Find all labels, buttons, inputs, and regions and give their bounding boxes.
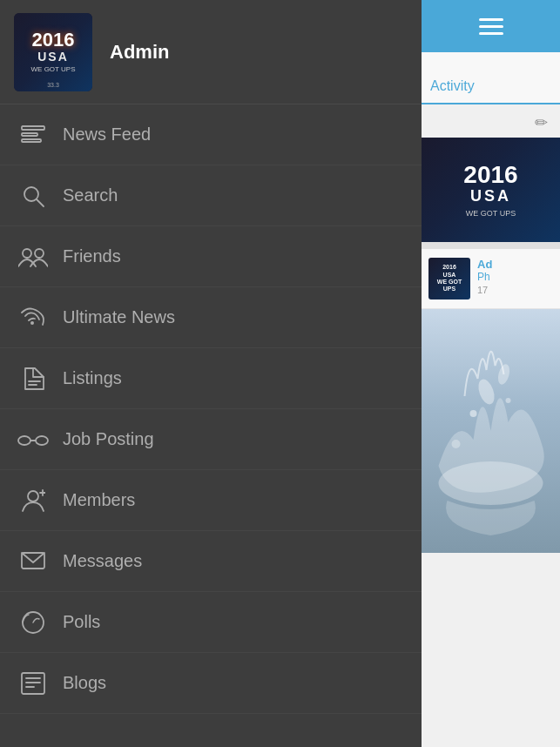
hamburger-line-2 xyxy=(479,25,503,28)
members-icon xyxy=(17,485,49,516)
activity-tab-row: Activity xyxy=(422,52,560,104)
activity-image-large: 2016 USA WE GOT UPS xyxy=(422,138,560,242)
svg-point-5 xyxy=(23,249,31,258)
activity-thumb: 2016USAWE GOTUPS xyxy=(428,258,470,299)
edit-icon[interactable]: ✏ xyxy=(535,113,548,132)
sidebar-item-label: Friends xyxy=(63,246,121,266)
svg-point-11 xyxy=(36,436,48,445)
sidebar-item-ultimate-news[interactable]: Ultimate News xyxy=(0,287,422,348)
search-icon xyxy=(17,180,49,212)
svg-line-4 xyxy=(37,199,44,206)
svg-point-10 xyxy=(18,436,30,445)
sidebar-item-label: Job Posting xyxy=(63,429,154,449)
act-logo-sub: WE GOT UPS xyxy=(463,209,517,218)
sidebar-item-polls[interactable]: Polls xyxy=(0,592,422,653)
act-logo-usa: USA xyxy=(463,187,517,205)
activity-card-time: 17 xyxy=(477,285,553,295)
sidebar-item-messages[interactable]: Messages xyxy=(0,531,422,592)
sidebar-item-job-posting[interactable]: Job Posting xyxy=(0,409,422,470)
sidebar-header: 2016 USA WE GOT UPS 33.3 Admin xyxy=(0,0,422,104)
sidebar-item-label: News Feed xyxy=(63,124,151,145)
blogs-icon xyxy=(17,668,49,699)
sidebar-item-label: Ultimate News xyxy=(63,307,175,327)
activity-card-title: Ad xyxy=(477,258,553,271)
svg-rect-1 xyxy=(22,133,37,136)
hamburger-button[interactable] xyxy=(479,18,503,35)
logo-year: 2016 xyxy=(32,30,75,50)
nav-list: News Feed Search Friends xyxy=(0,104,422,747)
right-header: Activity xyxy=(422,0,560,104)
messages-icon xyxy=(17,546,49,577)
sidebar-item-news-feed[interactable]: News Feed xyxy=(0,104,422,165)
hamburger-row xyxy=(422,0,560,52)
logo-tagline: WE GOT UPS xyxy=(31,65,76,73)
right-content: ✏ 2016 USA WE GOT UPS 2016USAWE GOTUPS A… xyxy=(422,104,560,747)
listings-icon xyxy=(17,363,49,394)
activity-image-water xyxy=(422,309,560,553)
svg-point-7 xyxy=(30,321,34,325)
svg-rect-0 xyxy=(22,126,44,130)
sidebar-item-blogs[interactable]: Blogs xyxy=(0,653,422,714)
sidebar-item-label: Polls xyxy=(63,612,100,632)
sidebar-item-label: Messages xyxy=(63,551,142,571)
sidebar-item-label: Blogs xyxy=(63,673,106,693)
tab-activity[interactable]: Activity xyxy=(422,78,483,104)
svg-rect-2 xyxy=(22,139,41,142)
svg-point-6 xyxy=(35,249,44,258)
sidebar-item-members[interactable]: Members xyxy=(0,470,422,531)
right-panel: Activity ✏ 2016 USA WE GOT UPS 2016USAWE… xyxy=(422,0,560,747)
activity-logo-content: 2016 USA WE GOT UPS xyxy=(463,163,517,218)
sidebar-item-friends[interactable]: Friends xyxy=(0,226,422,287)
activity-card-info: Ad Ph 17 xyxy=(477,258,553,299)
news-feed-icon xyxy=(17,119,49,151)
logo-small-text: 33.3 xyxy=(47,82,59,88)
activity-card[interactable]: 2016USAWE GOTUPS Ad Ph 17 xyxy=(422,249,560,309)
activity-thumb-text: 2016USAWE GOTUPS xyxy=(437,264,462,293)
water-splash-graphic xyxy=(422,309,560,553)
ultimate-news-icon xyxy=(17,302,49,333)
logo-usa: USA xyxy=(37,50,69,64)
activity-card-desc: Ph xyxy=(477,271,553,283)
sidebar-item-label: Listings xyxy=(63,368,122,388)
svg-rect-18 xyxy=(22,673,44,694)
act-logo-year: 2016 xyxy=(463,163,517,187)
sidebar-item-label: Search xyxy=(63,185,118,205)
hamburger-line-1 xyxy=(479,18,503,21)
hamburger-line-3 xyxy=(479,32,503,35)
polls-icon xyxy=(17,607,49,638)
sidebar-item-listings[interactable]: Listings xyxy=(0,348,422,409)
edit-row: ✏ xyxy=(422,104,560,138)
svg-point-28 xyxy=(452,440,461,448)
svg-point-26 xyxy=(470,410,477,417)
svg-point-13 xyxy=(28,491,38,501)
sidebar-item-search[interactable]: Search xyxy=(0,165,422,226)
activity-divider xyxy=(422,242,560,249)
admin-title: Admin xyxy=(110,41,169,64)
svg-point-27 xyxy=(506,398,511,403)
job-posting-icon xyxy=(17,424,49,455)
sidebar: 2016 USA WE GOT UPS 33.3 Admin News Feed xyxy=(0,0,422,747)
sidebar-item-label: Members xyxy=(63,490,135,510)
app-logo: 2016 USA WE GOT UPS 33.3 xyxy=(14,13,92,91)
friends-icon xyxy=(17,241,49,273)
